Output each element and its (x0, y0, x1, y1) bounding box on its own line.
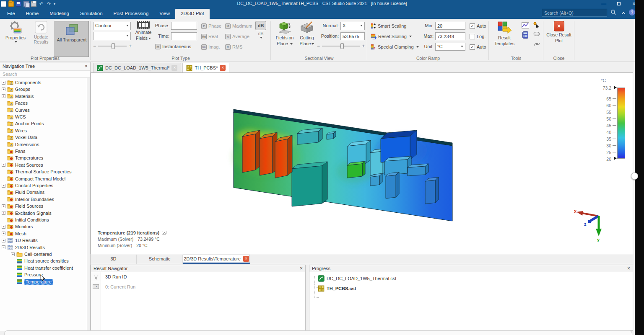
tree-expander-icon[interactable]: + (2, 204, 5, 208)
view-tab-schematic[interactable]: Schematic (137, 255, 183, 264)
plot-submode-select[interactable] (93, 32, 131, 40)
auto-min-checkbox[interactable]: ✓Auto (470, 23, 486, 29)
max-input[interactable] (435, 32, 465, 40)
phase-input[interactable] (171, 22, 197, 30)
collapse-info-icon[interactable] (162, 231, 166, 234)
navigation-tree-scrollbar[interactable] (87, 78, 90, 331)
tree-item-compact-thermal-model[interactable]: Compact Thermal Model (0, 175, 87, 182)
tree-item-materials[interactable]: +Materials (0, 93, 87, 100)
filter-icon[interactable] (93, 274, 99, 280)
tab-modeling[interactable]: Modeling (44, 9, 75, 19)
plot-density-slider[interactable]: −+ (93, 43, 132, 49)
view-tab-close-icon[interactable]: × (243, 256, 249, 262)
tree-item-contact-properties[interactable]: +Contact Properties (0, 182, 87, 189)
tree-item-fluid-domains[interactable]: Fluid Domains (0, 189, 87, 196)
qat-customize-caret-icon[interactable]: ▾ (54, 2, 55, 6)
search-icon[interactable] (610, 9, 616, 16)
op-imag-button[interactable]: ImImag. (201, 43, 220, 51)
result-navigator-close-icon[interactable]: × (300, 265, 303, 271)
op-rms-button[interactable]: RRMS (225, 43, 242, 51)
new-file-icon[interactable] (1, 1, 6, 7)
progress-item-pcbs[interactable]: TH_PCBS.cst (318, 285, 356, 292)
view-tab-3d[interactable]: 3D (91, 255, 137, 264)
tree-item-faces[interactable]: Faces (0, 100, 87, 106)
reset-scaling-button[interactable]: Reset Scaling (371, 33, 412, 40)
time-input[interactable] (171, 32, 197, 40)
cutting-plane-button[interactable]: Cutting Plane (297, 21, 317, 46)
maximize-button[interactable] (615, 1, 623, 7)
tab-home[interactable]: Home (21, 9, 44, 19)
parametric-plot-icon[interactable] (522, 22, 529, 29)
all-transparent-button[interactable]: All Transparent (55, 21, 89, 57)
tree-expander-icon[interactable]: + (2, 88, 5, 91)
op-phase-button[interactable]: PPhase (201, 22, 221, 30)
tree-item-wires[interactable]: Wires (0, 127, 87, 134)
save-icon[interactable] (16, 1, 21, 7)
tree-item-fans[interactable]: Fans (0, 148, 87, 155)
pick-point-icon[interactable] (533, 22, 540, 29)
tree-expander-icon[interactable]: + (11, 253, 15, 256)
tree-item-mesh[interactable]: +Mesh (0, 230, 87, 237)
op-real-button[interactable]: ReReal (201, 33, 218, 40)
tree-expander-icon[interactable]: + (2, 94, 5, 98)
position-input[interactable] (340, 32, 365, 40)
tree-item-voxel-data[interactable]: Voxel Data (0, 134, 87, 141)
op-maximum-button[interactable]: MMaximum (225, 22, 252, 30)
position-slider[interactable]: −+ (317, 43, 365, 49)
calculator-icon[interactable] (522, 31, 528, 39)
animate-fields-button[interactable]: Animate Fields (133, 21, 153, 41)
progress-item-thermal[interactable]: DC_DC_LOAD_1W5_Thermal.cst (318, 275, 396, 282)
op-average-button[interactable]: AAverage (225, 33, 249, 40)
doc-tab-thermal-close-icon[interactable]: × (171, 65, 177, 71)
redo-icon[interactable]: ↷ (46, 1, 52, 7)
fields-on-plane-button[interactable]: Fields on Plane (273, 21, 296, 46)
tree-item-interior-boundaries[interactable]: Interior Boundaries (0, 196, 87, 203)
navigation-tree-close-icon[interactable]: × (85, 63, 88, 69)
auto-max-checkbox[interactable]: ✓Auto (470, 44, 486, 50)
search-input[interactable] (542, 9, 607, 17)
tree-item-2d-3d-results[interactable]: −2D/3D Results (0, 244, 87, 251)
progress-close-icon[interactable]: × (627, 265, 630, 271)
db-button[interactable]: dB dB (253, 21, 268, 39)
doc-tab-thermal[interactable]: DC_DC_LOAD_1W5_Thermal* × (93, 63, 181, 72)
run-id-row[interactable]: 0: Current Run (105, 284, 135, 289)
normal-select[interactable]: X (340, 22, 365, 30)
properties-button[interactable]: Properties (3, 21, 28, 43)
tree-item-initial-conditions[interactable]: Initial Conditions (0, 216, 87, 223)
tree-expander-icon[interactable]: + (2, 225, 5, 229)
probe-icon[interactable] (533, 41, 540, 48)
close-result-plot-button[interactable]: × Close Result Plot (545, 21, 573, 43)
unit-select[interactable]: °C (435, 43, 465, 51)
tree-expander-icon[interactable]: + (2, 163, 5, 167)
tree-item-dimensions[interactable]: Dimensions (0, 141, 87, 148)
tree-item-temperatures[interactable]: Temperatures (0, 155, 87, 161)
tree-item-excitation-signals[interactable]: +Excitation Signals (0, 210, 87, 216)
3d-view-canvas[interactable]: °C 73.2 65605550454035302520 Temperature… (91, 72, 633, 254)
tree-expander-icon[interactable]: + (2, 81, 5, 85)
tree-item-monitors[interactable]: +Monitors (0, 223, 87, 230)
doc-tab-pcbs[interactable]: TH_PCBS* × (182, 63, 229, 72)
tree-expander-icon[interactable]: − (2, 245, 5, 249)
tab-post-processing[interactable]: Post-Processing (108, 9, 154, 19)
tree-item-groups[interactable]: +Groups (0, 86, 87, 93)
tree-item-wcs[interactable]: WCS (0, 113, 87, 120)
tab-2d3d-plot[interactable]: 2D/3D Plot (175, 9, 210, 19)
result-templates-button[interactable]: Result Templates (491, 21, 517, 46)
min-input[interactable] (435, 22, 465, 30)
tab-file[interactable]: File (2, 9, 21, 19)
view-tab-results-temperature[interactable]: 2D/3D Results\Temperature × (183, 255, 250, 264)
tree-item-anchor-points[interactable]: Anchor Points (0, 120, 87, 127)
tree-item-thermal-surface-properties[interactable]: Thermal Surface Properties (0, 168, 87, 175)
tree-item-curves[interactable]: Curves (0, 107, 87, 113)
log-checkbox[interactable]: Log. (470, 33, 486, 40)
update-results-button[interactable]: Update Results (29, 21, 53, 44)
tree-item-1d-results[interactable]: +1D Results (0, 237, 87, 244)
tree-expander-icon[interactable]: + (2, 239, 5, 242)
tree-item-heat-source-densities[interactable]: Heat source densities (0, 258, 87, 264)
tree-item-heat-transfer-coefficient[interactable]: Heat transfer coefficient (0, 265, 87, 271)
tree-expander-icon[interactable]: + (2, 184, 5, 188)
print-icon[interactable] (31, 1, 36, 7)
undo-icon[interactable]: ↶ (39, 1, 44, 7)
tab-simulation[interactable]: Simulation (75, 9, 108, 19)
tree-item-cell-centered[interactable]: +Cell-centered (0, 251, 87, 258)
